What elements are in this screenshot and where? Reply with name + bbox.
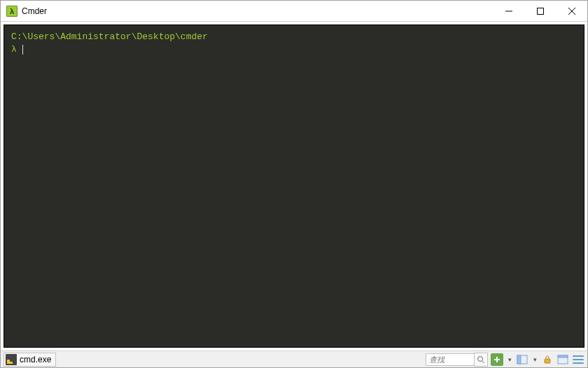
hamburger-icon: [573, 355, 584, 364]
console-tab-label: cmd.exe: [20, 355, 51, 365]
search-icon: [477, 355, 485, 364]
search-button[interactable]: [474, 353, 488, 367]
titlebar-left: λ Cmder: [1, 6, 47, 17]
svg-line-5: [482, 361, 484, 363]
terminal-prompt-line: λ: [11, 43, 577, 56]
svg-point-4: [478, 356, 483, 361]
search-input[interactable]: [426, 353, 475, 366]
new-console-button[interactable]: [491, 353, 503, 366]
close-icon: [568, 8, 575, 15]
show-tabs-dropdown[interactable]: ▾: [531, 353, 538, 366]
lock-icon: [542, 355, 552, 365]
console-tab-icon: [6, 354, 17, 365]
menu-button[interactable]: [572, 353, 584, 366]
minimize-button[interactable]: [493, 1, 524, 21]
terminal-cursor: [22, 45, 23, 55]
titlebar[interactable]: λ Cmder: [1, 1, 587, 22]
show-tabs-button[interactable]: [516, 353, 528, 366]
plus-icon: [491, 353, 503, 366]
terminal-prompt-symbol: λ: [11, 44, 17, 55]
close-button[interactable]: [556, 1, 587, 21]
window-title: Cmder: [22, 6, 47, 16]
console-tab[interactable]: cmd.exe: [4, 353, 56, 367]
maximize-icon: [537, 8, 544, 15]
minimize-icon: [505, 8, 512, 15]
app-icon: λ: [6, 6, 18, 17]
svg-rect-9: [517, 355, 521, 364]
panels-icon: [517, 354, 528, 365]
new-console-dropdown[interactable]: ▾: [506, 353, 513, 366]
maximize-button[interactable]: [524, 1, 556, 21]
toolbar-icon: [557, 354, 568, 365]
statusbar-right: ▾ ▾: [426, 353, 584, 367]
svg-rect-1: [537, 8, 543, 14]
search-container: [426, 353, 488, 367]
terminal-area[interactable]: C:\Users\Administrator\Desktop\cmder λ: [4, 24, 584, 348]
lock-button[interactable]: [541, 353, 554, 366]
terminal-cwd: C:\Users\Administrator\Desktop\cmder: [11, 31, 577, 43]
svg-rect-12: [558, 355, 568, 358]
toolbar-button[interactable]: [556, 353, 569, 366]
app-window: λ Cmder C:\Users\Administrator\Desktop\c…: [0, 0, 588, 368]
window-controls: [493, 1, 587, 21]
svg-rect-10: [545, 359, 550, 363]
statusbar: cmd.exe ▾ ▾: [1, 351, 587, 367]
